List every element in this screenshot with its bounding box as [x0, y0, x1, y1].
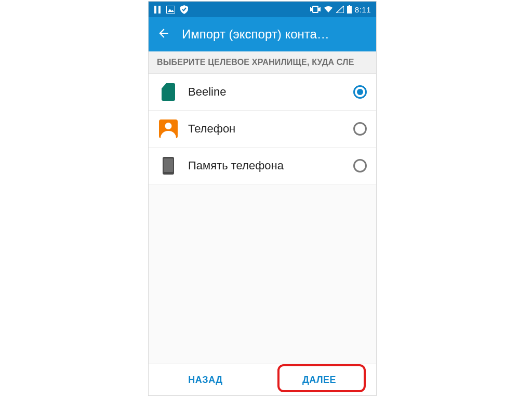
empty-space: [149, 184, 376, 364]
svg-rect-1: [158, 6, 161, 14]
radio-unselected-icon[interactable]: [353, 159, 367, 172]
check-shield-icon: [180, 5, 188, 14]
option-label: Память телефона: [188, 159, 344, 172]
wifi-icon: [324, 6, 333, 13]
next-button-label: ДАЛЕЕ: [302, 375, 336, 385]
option-beeline[interactable]: Beeline: [149, 74, 376, 111]
radio-unselected-icon[interactable]: [353, 122, 367, 136]
svg-marker-3: [168, 9, 174, 12]
svg-rect-4: [313, 6, 318, 12]
app-bar: Импорт (экспорт) конта…: [149, 17, 376, 51]
svg-rect-2: [166, 6, 175, 14]
option-phone-storage[interactable]: Память телефона: [149, 148, 376, 184]
svg-rect-10: [349, 5, 350, 6]
picture-icon: [166, 6, 175, 14]
next-button[interactable]: ДАЛЕЕ: [262, 364, 376, 395]
svg-rect-0: [154, 6, 156, 14]
status-bar: 8:11: [149, 2, 376, 17]
back-button-label: НАЗАД: [188, 375, 222, 385]
storage-options-list: Beeline Телефон Память телефона: [149, 74, 376, 184]
option-label: Beeline: [188, 85, 344, 99]
phone-frame: 8:11 Импорт (экспорт) конта… ВЫБЕРИТЕ ЦЕ…: [148, 1, 377, 396]
back-button[interactable]: НАЗАД: [149, 364, 262, 395]
back-arrow-icon[interactable]: [157, 26, 170, 42]
pause-icon: [154, 6, 161, 14]
phone-storage-icon: [163, 157, 174, 175]
option-label: Телефон: [188, 122, 344, 136]
screen-title: Импорт (экспорт) конта…: [182, 27, 329, 42]
battery-icon: [347, 5, 352, 14]
vibrate-icon: [310, 6, 321, 13]
contact-icon: [159, 119, 178, 138]
option-phone[interactable]: Телефон: [149, 111, 376, 148]
sim-icon: [162, 83, 175, 101]
section-header: ВЫБЕРИТЕ ЦЕЛЕВОЕ ХРАНИЛИЩЕ, КУДА СЛЕ: [149, 51, 376, 74]
footer-bar: НАЗАД ДАЛЕЕ: [149, 364, 376, 395]
svg-rect-9: [347, 6, 352, 14]
radio-selected-icon[interactable]: [353, 85, 367, 99]
clock-text: 8:11: [355, 5, 371, 14]
signal-icon: [336, 6, 344, 13]
